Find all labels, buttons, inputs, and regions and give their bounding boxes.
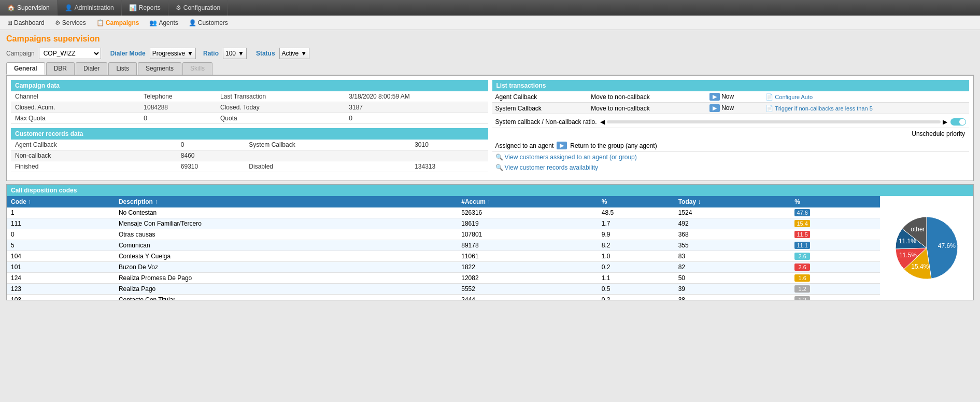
customer-records-table: Agent Callback 0 System Callback 3010 No… (11, 140, 488, 172)
subnav-campaigns-label: Campaigns (106, 19, 139, 26)
assigned-row: Assigned to an agent ▶ Return to the gro… (492, 140, 970, 152)
desc-cell: Realiza Pago (115, 284, 457, 295)
today-pct-cell: 1.2 (790, 295, 880, 300)
tab-skills[interactable]: Skills (182, 62, 212, 75)
today-pct-cell: 1.6 (790, 273, 880, 284)
ratio-value: 100 (225, 50, 236, 57)
nav-configuration[interactable]: ⚙ Configuration (168, 0, 228, 16)
today-cell: 82 (674, 262, 791, 273)
tab-dialer[interactable]: Dialer (76, 62, 107, 75)
accum-cell: 1822 (457, 262, 598, 273)
dialer-mode-dropdown[interactable]: Progressive ▼ (150, 48, 196, 59)
agent-callback-arrow-btn[interactable]: ▶ (709, 93, 720, 101)
table-row: Non-callback 8460 (11, 150, 488, 161)
configure-doc-icon: 📄 (765, 93, 773, 101)
subnav-campaigns[interactable]: 📋 Campaigns (91, 16, 145, 30)
table-row: 111 Mensaje Con Familiar/Tercero 18619 1… (7, 218, 880, 229)
nav-supervision[interactable]: 🏠 Supervision (0, 0, 58, 16)
toggle-switch[interactable] (950, 118, 966, 126)
desc-cell: Contesta Y Cuelga (115, 251, 457, 262)
nav-reports-label: Reports (139, 4, 161, 11)
subnav-services-label: Services (62, 19, 86, 26)
assigned-arrow-btn[interactable]: ▶ (557, 142, 567, 149)
view-records-text: View customer records availability (505, 164, 599, 171)
channel-label: Channel (11, 91, 139, 102)
return-label: Return to the group (any agent) (570, 142, 657, 149)
quota-value: 0 (345, 113, 488, 124)
subnav-agents[interactable]: 👥 Agents (144, 16, 183, 30)
last-trans-label: Last Transaction (216, 91, 345, 102)
pct-cell: 1.0 (598, 251, 674, 262)
closed-today-label: Closed. Today (216, 102, 345, 113)
col-accum[interactable]: #Accum ↑ (457, 196, 598, 207)
col-code[interactable]: Code ↑ (7, 196, 115, 207)
slider-right-arrow[interactable]: ▶ (943, 118, 947, 126)
campaign-select[interactable]: COP_WIZZ (39, 48, 101, 59)
nav-reports[interactable]: 📊 Reports (122, 0, 168, 16)
table-row: Agent Callback 0 System Callback 3010 (11, 140, 488, 150)
slider-left-arrow[interactable]: ◀ (600, 118, 605, 126)
accum-cell: 526316 (457, 207, 598, 218)
pie-chart: 47.6%15.4%11.5%11.1%other (888, 209, 965, 287)
col-today-pct[interactable]: % (790, 196, 880, 207)
agent-callback-label: Agent Callback (11, 140, 177, 150)
campaign-data-header: Campaign data (11, 80, 488, 91)
col-today[interactable]: Today ↓ (674, 196, 791, 207)
dialer-mode-value: Progressive (152, 50, 185, 57)
pct-cell: 48.5 (598, 207, 674, 218)
max-quota-label: Max Quota (11, 113, 139, 124)
table-row: 103 Contacto Con Titular 2444 0.2 38 1.2 (7, 295, 880, 300)
desc-cell: Otras causas (115, 229, 457, 240)
col-desc[interactable]: Description ↑ (115, 196, 457, 207)
trigger-link[interactable]: Trigger if non-callbacks are less than 5 (775, 105, 873, 112)
left-panel: Campaign data Channel Telephone Last Tra… (11, 80, 488, 176)
pct-cell: 0.2 (598, 262, 674, 273)
subnav-dashboard-label: Dashboard (14, 19, 45, 26)
subnav-dashboard[interactable]: ⊞ Dashboard (2, 16, 50, 30)
pct-cell: 1.1 (598, 273, 674, 284)
system-callback-arrow-btn[interactable]: ▶ (709, 104, 720, 112)
slider-track (607, 120, 941, 123)
configure-auto-link[interactable]: Configure Auto (775, 94, 813, 100)
subnav-services[interactable]: ⚙ Services (50, 16, 91, 30)
agents-icon: 👥 (149, 19, 157, 26)
pct-cell: 1.7 (598, 218, 674, 229)
customer-records-header: Customer records data (11, 128, 488, 140)
view-records-link[interactable]: 🔍 View customer records availability (492, 162, 970, 173)
last-trans-value: 3/18/2020 8:00:59 AM (345, 91, 488, 102)
table-row: Agent Callback Move to non-callback ▶ No… (492, 91, 970, 103)
nav-administration[interactable]: 👤 Administration (58, 0, 122, 16)
campaign-label: Campaign (6, 50, 35, 57)
agent-callback-action: Move to non-callback (588, 91, 706, 103)
tab-dbr[interactable]: DBR (46, 62, 75, 75)
code-cell: 124 (7, 273, 115, 284)
bottom-area: Call disposition codes Code ↑ Descriptio… (6, 184, 974, 300)
list-transactions-header: List transactions (492, 80, 970, 91)
tab-segments[interactable]: Segments (138, 62, 181, 75)
subnav-customers[interactable]: 👤 Customers (183, 16, 233, 30)
toggle-thumb (959, 119, 965, 125)
code-cell: 5 (7, 240, 115, 251)
col-pct[interactable]: % (598, 196, 674, 207)
ratio-dropdown[interactable]: 100 ▼ (223, 48, 247, 59)
nav-supervision-label: Supervision (17, 4, 50, 11)
status-dropdown[interactable]: Active ▼ (279, 48, 310, 59)
pie-label: 11.5% (899, 252, 917, 259)
desc-cell: Contacto Con Titular (115, 295, 457, 300)
table-row: Closed. Acum. 1084288 Closed. Today 3187 (11, 102, 488, 113)
pct-cell: 0.5 (598, 284, 674, 295)
reports-icon: 📊 (129, 4, 137, 11)
desc-cell: Buzon De Voz (115, 262, 457, 273)
tab-general[interactable]: General (6, 62, 45, 75)
bottom-content: Code ↑ Description ↑ #Accum ↑ % Today ↓ … (7, 196, 973, 300)
view-customers-link[interactable]: 🔍 View customers assigned to an agent (o… (492, 152, 970, 162)
unschedule-row: Unschedule priority (492, 128, 970, 140)
sort-icon-today: ↓ (698, 198, 701, 205)
desc-cell: Mensaje Con Familiar/Tercero (115, 218, 457, 229)
table-row: 123 Realiza Pago 5552 0.5 39 1.2 (7, 284, 880, 295)
table-row: Finished 69310 Disabled 134313 (11, 161, 488, 172)
today-pct-cell: 2.6 (790, 251, 880, 262)
tab-lists[interactable]: Lists (108, 62, 137, 75)
table-row: 5 Comunican 89178 8.2 355 11.1 (7, 240, 880, 251)
today-cell: 1524 (674, 207, 791, 218)
